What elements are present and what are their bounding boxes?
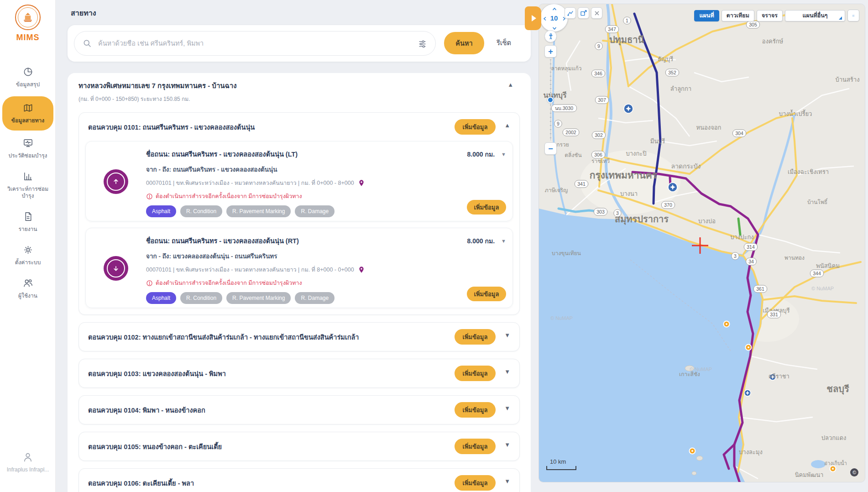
road-shield: 305 bbox=[746, 21, 760, 28]
road-shield: 314 bbox=[744, 243, 758, 251]
map-place-label: ปลวกแดง bbox=[821, 434, 847, 441]
sidebar-nav: ข้อมูลสรุปข้อมูลสายทางประวัติซ่อมบำรุงวิ… bbox=[0, 63, 56, 308]
road-card: ชื่อถนน: ถนนศรีนครินทร - แขวงคลองสองต้นน… bbox=[85, 141, 513, 221]
map-place-label: บางน้ำเปรี้ยว bbox=[779, 110, 812, 117]
add-data-button[interactable]: เพิ่มข้อมูล bbox=[467, 287, 506, 301]
svg-text:314: 314 bbox=[747, 244, 755, 250]
app-logo: MIMS bbox=[0, 5, 56, 42]
poi-dot-icon[interactable] bbox=[746, 345, 752, 351]
map-expand-toggle[interactable] bbox=[525, 6, 541, 30]
chevron-down-icon[interactable]: ▼ bbox=[504, 368, 510, 375]
route-group-header: ทางหลวงพิเศษหมายเลข 7 กรุงเทพมหานคร - บ้… bbox=[78, 80, 520, 103]
map-place-label: ลาดหลุมแก้ว bbox=[551, 65, 582, 72]
sidebar-item-map[interactable]: ข้อมูลสายทาง bbox=[2, 96, 53, 131]
add-data-button[interactable]: เพิ่มข้อมูล bbox=[455, 366, 496, 381]
add-data-button[interactable]: เพิ่มข้อมูล bbox=[455, 402, 496, 418]
airport-icon[interactable] bbox=[624, 104, 633, 113]
layer-button-inactive[interactable]: จราจร bbox=[757, 10, 783, 21]
control-section-header[interactable]: ตอนควบคุม 0106: ตะเคียนเตี้ย - พลาเพิ่มข… bbox=[88, 469, 510, 492]
map-place-label: บางขุนเทียน bbox=[552, 250, 581, 257]
zoom-out-button[interactable]: − bbox=[544, 142, 557, 155]
sidebar-item-pie-chart[interactable]: ข้อมูลสรุป bbox=[0, 63, 56, 93]
map-canvas[interactable]: ปทุมธานีลาดหลุมแก้วธัญบุรีลำลูกกานนทบุรี… bbox=[539, 4, 865, 482]
other-maps-dropdown[interactable]: แผนที่อื่นๆ bbox=[785, 10, 845, 21]
sidebar-item-users[interactable]: ผู้ใช้งาน bbox=[0, 274, 56, 304]
survey-tag[interactable]: R. Condition bbox=[180, 205, 222, 217]
control-section-header[interactable]: ตอนควบคุม 0101: ถนนศรีนครินทร - แขวงคลอง… bbox=[88, 113, 510, 141]
search-input[interactable] bbox=[98, 40, 418, 47]
reset-button[interactable]: รีเซ็ต bbox=[497, 32, 511, 54]
pan-up-icon[interactable] bbox=[552, 5, 557, 11]
layer-button-active[interactable]: แผนที่ bbox=[694, 10, 719, 21]
poi-dot-icon[interactable] bbox=[690, 448, 695, 454]
layer-button-inactive[interactable]: ดาวเทียม bbox=[722, 10, 754, 21]
map-place-label: ลำลูกกา bbox=[670, 85, 691, 93]
chevron-down-icon[interactable]: ▼ bbox=[501, 152, 506, 157]
search-card: ค้นหา รีเซ็ต bbox=[68, 25, 531, 62]
control-section-header[interactable]: ตอนควบคุม 0103: แขวงคลองสองต้นนุ่น - พิม… bbox=[88, 359, 510, 387]
chevron-down-icon[interactable]: ▼ bbox=[504, 478, 510, 485]
zoom-to-area-button[interactable] bbox=[578, 7, 589, 19]
sidebar-item-bar-chart[interactable]: วิเคราะห์การซ่อมบำรุง bbox=[0, 167, 56, 204]
chevron-down-icon[interactable]: ▼ bbox=[504, 405, 510, 412]
fullscreen-button[interactable] bbox=[847, 10, 859, 21]
sidebar-item-gear[interactable]: ตั้งค่าระบบ bbox=[0, 241, 56, 271]
add-data-button[interactable]: เพิ่มข้อมูล bbox=[455, 329, 496, 345]
plus-icon: + bbox=[548, 47, 553, 56]
location-pin-icon[interactable] bbox=[358, 266, 365, 273]
poi-dot-icon[interactable] bbox=[830, 466, 836, 472]
sidebar-item-monitor-pulse[interactable]: ประวัติซ่อมบำรุง bbox=[0, 134, 56, 164]
control-section: ตอนควบคุม 0101: ถนนศรีนครินทร - แขวงคลอง… bbox=[78, 112, 520, 315]
control-section-header[interactable]: ตอนควบคุม 0102: ทางแยกเข้าสถานีขนส่งสินค… bbox=[88, 323, 510, 351]
sidebar-item-document[interactable]: รายงาน bbox=[0, 208, 56, 237]
mims-seal-icon bbox=[15, 5, 41, 30]
zoom-in-button[interactable]: + bbox=[544, 45, 557, 58]
control-section-header[interactable]: ตอนควบคุม 0104: พิมพา - หนองข้างคอกเพิ่ม… bbox=[88, 396, 510, 424]
hospital-poi-icon[interactable] bbox=[744, 390, 751, 396]
pan-down-icon[interactable] bbox=[552, 25, 557, 30]
survey-tag[interactable]: R. Condition bbox=[180, 292, 222, 304]
add-data-button[interactable]: เพิ่มข้อมูล bbox=[455, 439, 496, 454]
survey-tag[interactable]: Asphalt bbox=[146, 292, 176, 304]
chevron-down-icon[interactable]: ▼ bbox=[504, 332, 510, 339]
streetview-pegman-button[interactable] bbox=[544, 30, 557, 42]
map-panel[interactable]: ปทุมธานีลาดหลุมแก้วธัญบุรีลำลูกกานนทบุรี… bbox=[539, 4, 865, 482]
control-section-header[interactable]: ตอนควบคุม 0105: หนองข้างคอก - ตะเคียนเตี… bbox=[88, 432, 510, 461]
map-attribution-button[interactable]: © bbox=[850, 468, 858, 476]
search-button[interactable]: ค้นหา bbox=[444, 32, 484, 54]
map-place-label: นนทบุรี bbox=[543, 91, 567, 100]
survey-tag[interactable]: R. Damage bbox=[295, 205, 335, 217]
add-data-button[interactable]: เพิ่มข้อมูล bbox=[455, 119, 496, 135]
chevron-up-icon[interactable]: ▲ bbox=[504, 122, 510, 129]
survey-tag[interactable]: R. Pavement Marking bbox=[226, 292, 291, 304]
add-data-button[interactable]: เพิ่มข้อมูล bbox=[467, 200, 506, 215]
road-shield: 3 bbox=[732, 252, 739, 260]
sidebar-user[interactable]: Infraplus Infrapl... bbox=[0, 452, 56, 473]
svg-text:370: 370 bbox=[664, 202, 672, 208]
survey-tag[interactable]: R. Damage bbox=[295, 292, 335, 304]
map-pan-control[interactable]: 10 bbox=[540, 4, 568, 32]
map-place-label: พนัสนิคม bbox=[816, 262, 840, 269]
zoom-slider-handle[interactable] bbox=[547, 97, 554, 103]
road-shield: 34 bbox=[746, 258, 757, 265]
app-name: MIMS bbox=[0, 33, 56, 42]
location-pin-icon[interactable] bbox=[358, 179, 365, 187]
search-icon bbox=[83, 39, 92, 48]
svg-text:331: 331 bbox=[770, 312, 778, 317]
map-zoom-level: 10 bbox=[550, 14, 558, 22]
chevron-down-icon[interactable]: ▼ bbox=[504, 441, 510, 448]
chevron-down-icon[interactable]: ▼ bbox=[501, 238, 506, 244]
poi-dot-icon[interactable] bbox=[724, 321, 730, 327]
add-data-button[interactable]: เพิ่มข้อมูล bbox=[455, 475, 496, 491]
map-place-label: สมุทรปราการ bbox=[615, 214, 669, 225]
survey-tag[interactable]: Asphalt bbox=[146, 205, 176, 217]
pan-left-icon[interactable] bbox=[542, 15, 548, 21]
group-collapse-icon[interactable]: ▲ bbox=[507, 81, 513, 88]
survey-tag[interactable]: R. Pavement Marking bbox=[226, 205, 291, 217]
airport-icon[interactable] bbox=[668, 183, 677, 192]
filter-sliders-icon[interactable] bbox=[418, 39, 427, 48]
control-section-title: ตอนควบคุม 0104: พิมพา - หนองข้างคอก bbox=[88, 405, 205, 415]
map-icon bbox=[23, 103, 33, 113]
measure-polyline-button[interactable] bbox=[565, 7, 576, 19]
close-tool-button[interactable] bbox=[591, 7, 602, 19]
